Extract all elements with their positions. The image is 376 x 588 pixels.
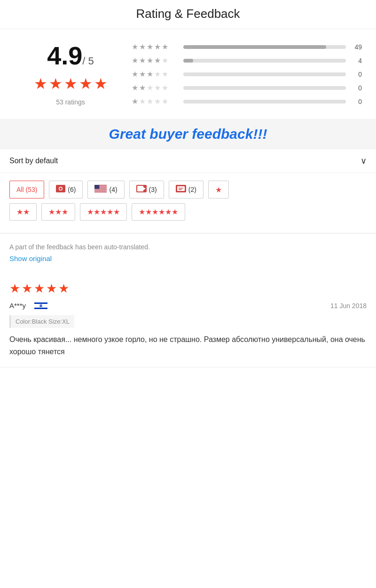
bar-fill-5 — [183, 45, 326, 49]
svg-rect-19 — [34, 302, 47, 304]
b4s3: ★ — [147, 56, 153, 65]
score-denom: / 5 — [82, 55, 94, 67]
bar-count-2: 0 — [351, 84, 362, 92]
rating-left: 4.9/ 5 ★ ★ ★ ★ ★ 53 ratings — [19, 42, 122, 106]
filter-section: All (53) (6) (4) (3) (2) ★ — [0, 173, 376, 234]
filter-all-label: All (53) — [16, 186, 37, 193]
big-star-1: ★ — [34, 75, 47, 93]
b2s1: ★ — [132, 83, 138, 92]
review-item: ★ ★ ★ ★ ★ A***y 11 Jun 2018 Color:Black … — [0, 272, 376, 367]
svg-rect-8 — [94, 190, 107, 191]
filter-chat-label: (2) — [188, 186, 196, 193]
b3s1: ★ — [132, 70, 138, 79]
b4s2: ★ — [139, 56, 146, 65]
b1s1: ★ — [132, 97, 138, 106]
b1s2: ★ — [139, 97, 146, 106]
review-star-3: ★ — [34, 281, 45, 296]
b1s5: ★ — [162, 97, 168, 106]
filter-all[interactable]: All (53) — [9, 181, 44, 199]
filter-3star[interactable]: ★★★ — [41, 203, 75, 221]
rating-summary: 4.9/ 5 ★ ★ ★ ★ ★ 53 ratings ★ ★ ★ ★ ★ 49 — [0, 29, 376, 119]
filter-flag[interactable]: (4) — [87, 181, 124, 199]
review-text: Очень красивая... немного узкое горло, н… — [9, 334, 367, 358]
filter-2star[interactable]: ★★ — [9, 203, 37, 221]
review-star-1: ★ — [9, 281, 20, 296]
review-variant: Color:Black Size:XL — [9, 315, 74, 328]
total-ratings: 53 ratings — [56, 98, 85, 106]
b2s2: ★ — [139, 83, 146, 92]
filter-chat[interactable]: (2) — [169, 181, 204, 199]
big-score-container: 4.9/ 5 — [47, 43, 94, 68]
bar-row-2: ★ ★ ★ ★ ★ 0 — [132, 83, 362, 92]
b2s5: ★ — [162, 83, 168, 92]
b4s4: ★ — [154, 56, 161, 65]
rating-bars: ★ ★ ★ ★ ★ 49 ★ ★ ★ ★ ★ 4 — [122, 42, 362, 106]
svg-rect-10 — [94, 185, 99, 189]
b4s5: ★ — [162, 56, 168, 65]
video-icon — [136, 185, 147, 194]
chevron-down-icon: ∨ — [360, 156, 367, 166]
b4s1: ★ — [132, 56, 138, 65]
review-star-4: ★ — [46, 281, 57, 296]
us-flag-icon — [94, 185, 107, 194]
filter-photo[interactable]: (6) — [49, 181, 83, 199]
big-stars: ★ ★ ★ ★ ★ — [34, 75, 108, 93]
big-star-2: ★ — [49, 75, 63, 93]
filter-4star[interactable]: ★★★★★ — [80, 203, 127, 221]
bar-stars-1: ★ ★ ★ ★ ★ — [132, 97, 179, 106]
b5s2: ★ — [139, 42, 146, 51]
bar-row-4: ★ ★ ★ ★ ★ 4 — [132, 56, 362, 65]
filter-star-only[interactable]: ★ — [208, 181, 229, 199]
page-title: Rating & Feedback — [9, 7, 367, 21]
b5s4: ★ — [154, 42, 161, 51]
five-star-icon: ★★★★★★ — [139, 207, 178, 216]
bar-fill-4 — [183, 59, 193, 63]
bar-track-5 — [183, 45, 346, 49]
svg-rect-12 — [137, 186, 143, 191]
b2s3: ★ — [147, 83, 153, 92]
bar-stars-5: ★ ★ ★ ★ ★ — [132, 42, 179, 51]
filter-5star[interactable]: ★★★★★★ — [132, 203, 185, 221]
translation-notice-text: A part of the feedback has been auto-tra… — [9, 243, 150, 251]
b1s3: ★ — [147, 97, 153, 106]
bar-stars-3: ★ ★ ★ ★ ★ — [132, 70, 179, 79]
b5s5: ★ — [162, 42, 168, 51]
filter-photo-label: (6) — [68, 186, 76, 193]
big-star-5: ★ — [94, 75, 108, 93]
b3s4: ★ — [154, 70, 161, 79]
svg-rect-20 — [34, 308, 47, 309]
star-only-icon: ★ — [215, 185, 222, 194]
reviewer-info: A***y — [9, 301, 47, 310]
two-star-icon: ★★ — [16, 207, 30, 216]
bar-row-1: ★ ★ ★ ★ ★ 0 — [132, 97, 362, 106]
filter-row-2: ★★ ★★★ ★★★★★ ★★★★★★ — [9, 203, 367, 221]
b3s3: ★ — [147, 70, 153, 79]
b5s1: ★ — [132, 42, 138, 51]
reviewer-flag-icon — [31, 301, 47, 310]
promo-banner: Great buyer feedback!!! — [0, 119, 376, 149]
show-original-button[interactable]: Show original — [0, 251, 61, 272]
bar-track-2 — [183, 86, 346, 90]
svg-rect-9 — [94, 191, 107, 192]
big-star-4: ★ — [79, 75, 93, 93]
big-score: 4.9 — [47, 41, 82, 70]
big-star-3: ★ — [64, 75, 78, 93]
bar-stars-2: ★ ★ ★ ★ ★ — [132, 83, 179, 92]
chat-icon — [176, 185, 186, 194]
page-header: Rating & Feedback — [0, 0, 376, 29]
bar-row-5: ★ ★ ★ ★ ★ 49 — [132, 42, 362, 51]
sort-row[interactable]: Sort by default ∨ — [0, 149, 376, 173]
filter-video[interactable]: (3) — [129, 181, 164, 199]
b3s5: ★ — [162, 70, 168, 79]
b1s4: ★ — [154, 97, 161, 106]
b5s3: ★ — [147, 42, 153, 51]
three-star-icon: ★★★ — [48, 207, 68, 216]
filter-flag-label: (4) — [109, 186, 117, 193]
sort-label: Sort by default — [9, 157, 58, 165]
bar-count-5: 49 — [351, 43, 362, 51]
bar-track-1 — [183, 100, 346, 103]
b2s4: ★ — [154, 83, 161, 92]
bar-count-4: 4 — [351, 57, 362, 64]
b3s2: ★ — [139, 70, 146, 79]
filter-row-1: All (53) (6) (4) (3) (2) ★ — [9, 181, 367, 199]
